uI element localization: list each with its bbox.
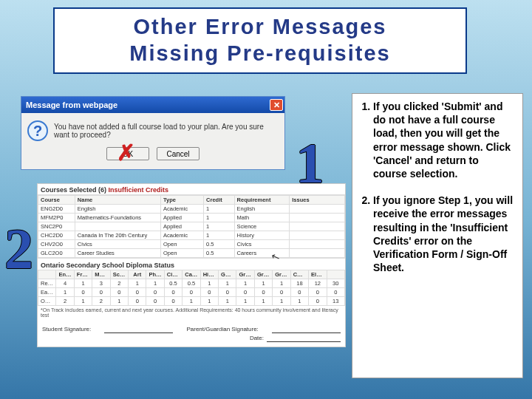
table-cell xyxy=(290,222,345,231)
table-cell: 1 xyxy=(183,297,200,306)
instruction-step-1: If you clicked 'Submit' and do not have … xyxy=(373,100,515,180)
table-cell: 1 xyxy=(254,297,272,306)
table-cell: 0.5 xyxy=(164,279,182,288)
table-cell: 0 xyxy=(183,288,200,297)
col-credit: Credit xyxy=(204,196,235,205)
table-cell: 0 xyxy=(290,288,308,297)
table-cell: 0 xyxy=(219,288,236,297)
table-cell: 13 xyxy=(327,297,345,306)
table-row: SNC2P0Applied1Science xyxy=(38,222,345,231)
table-cell: English xyxy=(75,205,160,214)
question-icon: ? xyxy=(27,120,48,141)
table-cell: 1 xyxy=(200,279,218,288)
table-cell: 1 xyxy=(204,205,235,214)
title-line-2: Missing Pre-requisites xyxy=(55,40,466,66)
table-cell: 1 xyxy=(200,297,218,306)
col-name: Name xyxy=(75,196,160,205)
table-row: Required4132110.50.511111181230 xyxy=(38,279,345,288)
table-cell: Science xyxy=(234,222,290,231)
table-cell xyxy=(290,249,345,258)
table-cell: 1 xyxy=(56,288,74,297)
guardian-signature-label: Parent/Guardian Signature: xyxy=(186,326,258,333)
diploma-col: Science xyxy=(110,270,128,279)
table-cell: 30 xyxy=(327,279,345,288)
table-cell: 1 xyxy=(219,297,236,306)
table-cell: Academic xyxy=(160,205,203,214)
table-cell: 0 xyxy=(164,297,182,306)
col-issues: Issues xyxy=(290,196,345,205)
table-cell: 4 xyxy=(56,279,74,288)
table-cell xyxy=(290,205,345,214)
table-cell: Required xyxy=(38,279,56,288)
table-cell: 0 xyxy=(200,288,218,297)
table-cell: 1 xyxy=(74,279,92,288)
table-cell: 0 xyxy=(236,288,254,297)
table-row: CHV2O0CivicsOpen0.5Civics xyxy=(38,240,345,249)
diploma-col: PhysEd xyxy=(146,270,164,279)
diploma-col: Civics xyxy=(164,270,182,279)
table-row: On Track*21210001111111013 xyxy=(38,297,345,306)
table-cell: 0 xyxy=(309,288,327,297)
date-line xyxy=(267,335,341,342)
table-cell: 1 xyxy=(236,279,254,288)
col-type: Type xyxy=(160,196,203,205)
table-cell: 2 xyxy=(110,279,128,288)
table-cell: 3 xyxy=(92,279,110,288)
courses-selected-header: Courses Selected (6) Insufficient Credit… xyxy=(38,184,345,195)
table-cell: 0 xyxy=(74,288,92,297)
cancel-button[interactable]: Cancel xyxy=(157,147,200,160)
diploma-col: English xyxy=(56,270,74,279)
diploma-col: Careers xyxy=(183,270,200,279)
col-course: Course xyxy=(38,196,75,205)
close-icon[interactable]: ✕ xyxy=(270,99,283,111)
date-row: Date: xyxy=(38,335,345,347)
table-cell: Open xyxy=(160,249,203,258)
dialog-titlebar: Message from webpage ✕ xyxy=(21,97,284,113)
table-cell: 1 xyxy=(74,297,92,306)
table-cell: SNC2P0 xyxy=(38,222,75,231)
table-cell: 0 xyxy=(273,288,290,297)
col-requirement: Requirement xyxy=(234,196,290,205)
table-cell: Civics xyxy=(75,240,160,249)
table-cell: Mathematics-Foundations xyxy=(75,214,160,222)
diploma-status-table: EnglishFrenchMathScienceArtPhysEdCivicsC… xyxy=(38,270,345,306)
table-cell: GLC2O0 xyxy=(38,249,75,258)
table-cell: 1 xyxy=(273,279,290,288)
title-line-1: Other Error Messages xyxy=(55,13,466,40)
diploma-col: History xyxy=(200,270,218,279)
diploma-col: Math xyxy=(92,270,110,279)
diploma-col: Comp. xyxy=(290,270,308,279)
table-row: CHC2D0Canada In The 20th CenturyAcademic… xyxy=(38,231,345,240)
student-signature-label: Student Signature: xyxy=(42,326,91,333)
table-cell: Canada In The 20th Century xyxy=(75,231,160,240)
table-cell: 0 xyxy=(129,288,146,297)
guardian-signature-line xyxy=(272,326,341,333)
table-cell: 1 xyxy=(204,214,235,222)
instructions-panel: If you clicked 'Submit' and do not have … xyxy=(352,93,523,378)
table-cell: 2 xyxy=(92,297,110,306)
dialog-text: You have not added a full course load to… xyxy=(54,123,279,139)
table-cell: Open xyxy=(160,240,203,249)
table-cell: Applied xyxy=(160,222,203,231)
courses-table: Course Name Type Credit Requirement Issu… xyxy=(38,195,345,258)
table-cell: 0 xyxy=(92,288,110,297)
table-cell: 1 xyxy=(273,297,290,306)
table-cell: ENG2D0 xyxy=(38,205,75,214)
table-cell: Earned xyxy=(38,288,56,297)
table-cell: 0 xyxy=(164,288,182,297)
table-cell: 0 xyxy=(129,297,146,306)
diploma-footnote: *On Track includes earned, current and n… xyxy=(38,306,345,321)
table-cell: 0.5 xyxy=(204,240,235,249)
courses-count-label: Courses Selected (6) xyxy=(41,186,106,194)
table-cell: 0 xyxy=(146,288,164,297)
table-cell: 1 xyxy=(254,279,272,288)
table-row: GLC2O0Career StudiesOpen0.5Careers xyxy=(38,249,345,258)
diploma-col xyxy=(38,270,56,279)
table-cell: 1 xyxy=(290,297,308,306)
table-cell: 1 xyxy=(236,297,254,306)
ok-button[interactable]: OK xyxy=(106,147,149,160)
table-cell: English xyxy=(234,205,290,214)
table-cell: 0 xyxy=(110,288,128,297)
table-cell: Academic xyxy=(160,231,203,240)
message-dialog: Message from webpage ✕ ? You have not ad… xyxy=(21,96,285,170)
